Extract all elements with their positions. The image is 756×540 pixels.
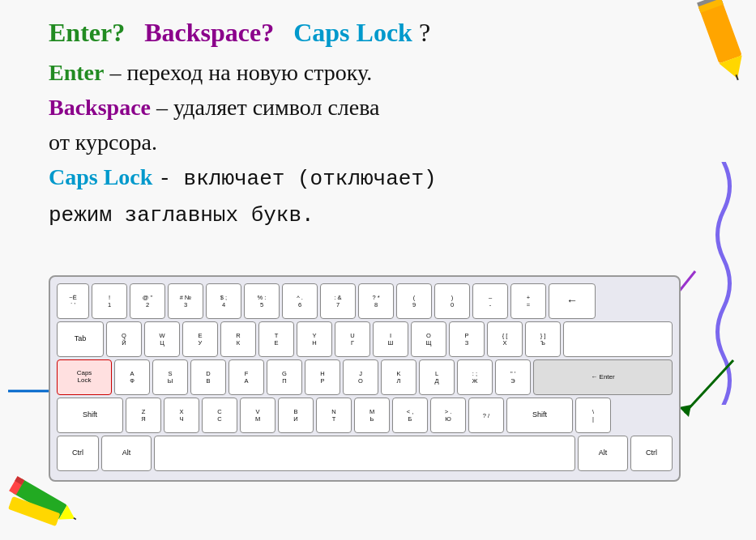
key-capslock[interactable]: CapsLock: [57, 359, 112, 395]
key-backspace[interactable]: ←: [549, 283, 596, 319]
svg-line-9: [74, 518, 76, 520]
key-4[interactable]: $ ;4: [206, 283, 241, 319]
key-6[interactable]: ^ .6: [282, 283, 318, 319]
keyboard-row-5: Ctrl Alt Alt Ctrl: [57, 436, 673, 471]
key-h[interactable]: HР: [305, 359, 340, 395]
enter-keyword: Enter: [49, 60, 104, 85]
enter-line: Enter – переход на новую строку.: [49, 57, 675, 88]
keyboard-row-3: CapsLock AФ SЫ DВ FА GП HР JО KЛ LД : ;Ж…: [57, 359, 673, 395]
key-7[interactable]: : &7: [320, 283, 356, 319]
key-backslash-bottom[interactable]: \|: [575, 398, 611, 433]
key-bracket-left[interactable]: { [Х: [487, 321, 523, 357]
key-j[interactable]: JО: [343, 359, 378, 395]
key-b[interactable]: BИ: [278, 398, 314, 433]
capslock-line-2: режим заглавных букв.: [49, 198, 675, 230]
crayon-top-right-icon: [684, 0, 756, 95]
capslock-description-2: режим заглавных букв.: [49, 203, 314, 227]
main-content: Enter? Backspace? Caps Lock ? Enter – пе…: [49, 16, 675, 233]
key-u[interactable]: UГ: [335, 321, 370, 357]
enter-description: – переход на новую строку.: [109, 60, 372, 85]
key-shift-right[interactable]: Shift: [506, 398, 573, 433]
key-a[interactable]: AФ: [114, 359, 150, 395]
key-ctrl-right[interactable]: Ctrl: [630, 436, 673, 471]
key-spacebar[interactable]: [154, 436, 575, 471]
key-shift-left[interactable]: Shift: [57, 398, 123, 433]
key-y[interactable]: YН: [297, 321, 332, 357]
key-w[interactable]: WЦ: [144, 321, 180, 357]
backspace-line-2: от курсора.: [49, 126, 675, 158]
key-l[interactable]: LД: [419, 359, 455, 395]
key-3[interactable]: # №3: [168, 283, 203, 319]
capslock-title: Caps Lock: [293, 18, 412, 47]
key-i[interactable]: IШ: [373, 321, 408, 357]
key-e[interactable]: EУ: [182, 321, 218, 357]
keyboard-row-4: Shift ZЯ XЧ CС VМ BИ NТ MЬ < ,Б > .Ю ? /…: [57, 398, 673, 433]
capslock-line: Caps Lock - включает (отключает): [49, 161, 675, 193]
key-g[interactable]: GП: [267, 359, 302, 395]
key-r[interactable]: RК: [220, 321, 256, 357]
key-2[interactable]: @ "2: [130, 283, 165, 319]
key-bracket-right[interactable]: } ]Ъ: [525, 321, 561, 357]
enter-title: Enter?: [49, 18, 125, 47]
key-9[interactable]: (9: [396, 283, 432, 319]
question-mark: ?: [419, 18, 430, 47]
backspace-description-2: от курсора.: [49, 130, 157, 155]
key-backtick[interactable]: ~Ё` ': [57, 283, 89, 319]
backspace-description: – удаляет символ слева: [156, 95, 380, 120]
keyboard-row-1: ~Ё` ' !1 @ "2 # №3 $ ;4 % :5 ^ .6 : &7: [57, 283, 673, 319]
keyboard-row-2: Tab QЙ WЦ EУ RК TЕ YН UГ IШ OЩ PЗ { [Х }…: [57, 321, 673, 357]
key-alt-right[interactable]: Alt: [578, 436, 628, 471]
keyboard: ~Ё` ' !1 @ "2 # №3 $ ;4 % :5 ^ .6 : &7: [49, 275, 681, 482]
key-o[interactable]: OЩ: [411, 321, 446, 357]
key-8[interactable]: ? *8: [358, 283, 394, 319]
key-period[interactable]: > .Ю: [430, 398, 466, 433]
key-s[interactable]: SЫ: [152, 359, 188, 395]
key-ctrl-left[interactable]: Ctrl: [57, 436, 99, 471]
key-t[interactable]: TЕ: [258, 321, 294, 357]
key-1[interactable]: !1: [92, 283, 127, 319]
key-v[interactable]: VМ: [240, 398, 275, 433]
key-comma[interactable]: < ,Б: [392, 398, 428, 433]
key-m[interactable]: MЬ: [354, 398, 390, 433]
key-5[interactable]: % :5: [244, 283, 280, 319]
key-n[interactable]: NТ: [316, 398, 352, 433]
capslock-description: - включает (отключает): [158, 167, 436, 191]
key-minus[interactable]: –-: [472, 283, 508, 319]
key-slash[interactable]: ? /: [468, 398, 504, 433]
key-alt-left[interactable]: Alt: [101, 436, 152, 471]
key-tab[interactable]: Tab: [57, 321, 104, 357]
key-p[interactable]: PЗ: [449, 321, 485, 357]
backspace-title: Backspace?: [144, 18, 274, 47]
key-equals[interactable]: +=: [510, 283, 546, 319]
key-quote[interactable]: " 'Э: [495, 359, 531, 395]
key-k[interactable]: KЛ: [381, 359, 416, 395]
key-0[interactable]: )0: [434, 283, 470, 319]
key-backslash-top[interactable]: [563, 321, 673, 357]
key-d[interactable]: DВ: [190, 359, 226, 395]
key-z[interactable]: ZЯ: [126, 398, 161, 433]
key-q[interactable]: QЙ: [106, 321, 142, 357]
key-x[interactable]: XЧ: [164, 398, 199, 433]
title-line: Enter? Backspace? Caps Lock ?: [49, 16, 675, 50]
backspace-line: Backspace – удаляет символ слева: [49, 91, 675, 123]
key-semicolon[interactable]: : ;Ж: [457, 359, 493, 395]
keyboard-wrapper: ~Ё` ' !1 @ "2 # №3 $ ;4 % :5 ^ .6 : &7: [49, 275, 707, 482]
backspace-keyword: Backspace: [49, 95, 151, 120]
key-f[interactable]: FА: [229, 359, 264, 395]
capslock-keyword: Caps Lock: [49, 164, 152, 189]
key-c[interactable]: CС: [202, 398, 237, 433]
key-enter[interactable]: ← Enter: [533, 359, 673, 395]
